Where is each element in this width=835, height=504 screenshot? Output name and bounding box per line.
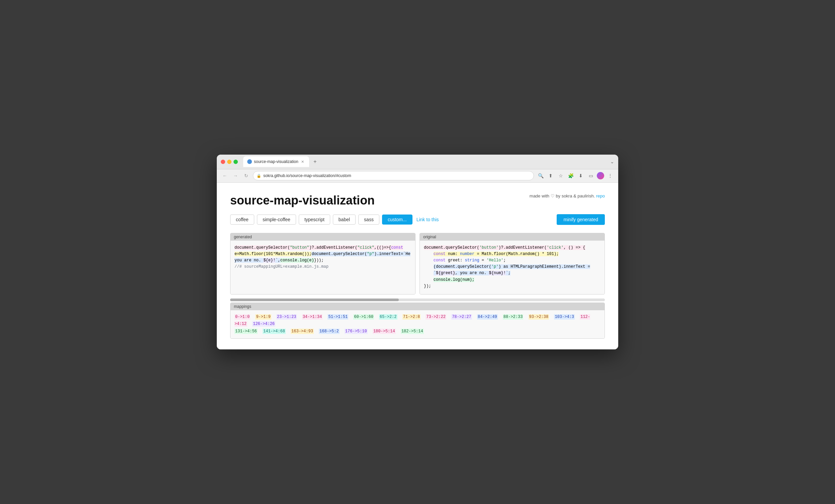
generated-code-line-2: e=Math.floor(101*Math.random());document… xyxy=(235,251,411,257)
bookmark-icon[interactable]: ☆ xyxy=(557,172,565,180)
close-button[interactable] xyxy=(221,160,225,164)
mapping-item-4[interactable]: 51->1:51 xyxy=(327,314,348,320)
link-this-anchor[interactable]: Link to this xyxy=(416,217,439,222)
page-title: source-map-visualization xyxy=(230,194,375,207)
code-panels: generated document.querySelector("button… xyxy=(230,233,605,295)
generated-code-line-1: document.querySelector("button")?.addEve… xyxy=(235,245,411,251)
original-panel-body[interactable]: document.querySelector('button')?.addEve… xyxy=(420,241,605,294)
mapping-item-5[interactable]: 60->1:60 xyxy=(353,314,374,320)
mapping-item-0[interactable]: 0->1:0 xyxy=(235,314,250,320)
mapping-item-17[interactable]: 141->4:68 xyxy=(263,329,286,334)
mappings-panel: mappings 0->1:0 9->1:9 23->1:23 34->1:34… xyxy=(230,303,605,339)
mapping-item-3[interactable]: 34->1:34 xyxy=(302,314,323,320)
lock-icon: 🔒 xyxy=(257,174,261,178)
search-icon[interactable]: 🔍 xyxy=(536,172,545,180)
mapping-item-15[interactable]: 126->4:26 xyxy=(252,321,275,327)
maximize-button[interactable] xyxy=(233,160,238,164)
reload-button[interactable]: ↻ xyxy=(242,172,250,180)
mapping-item-7[interactable]: 71->2:8 xyxy=(403,314,421,320)
minify-generated-button[interactable]: minify generated xyxy=(557,214,605,225)
mapping-item-1[interactable]: 9->1:9 xyxy=(255,314,271,320)
menu-icon[interactable]: ⋮ xyxy=(606,172,614,180)
typescript-button[interactable]: typescript xyxy=(299,215,330,225)
browser-window: source-map-visualization ✕ + ⌄ ← → ↻ 🔒 s… xyxy=(217,155,618,350)
original-code-line-6: console.log(num); xyxy=(424,277,600,283)
new-tab-button[interactable]: + xyxy=(310,157,320,166)
sass-button[interactable]: sass xyxy=(358,215,379,225)
tab-title: source-map-visualization xyxy=(254,159,299,164)
original-panel: original document.querySelector('button'… xyxy=(420,233,605,295)
generated-code-line-3: you are no. ${e}!`,console.log(e)})); xyxy=(235,257,411,264)
tab-bar: source-map-visualization ✕ + ⌄ xyxy=(243,156,614,167)
original-code-line-2: const num: number = Math.floor(Math.rand… xyxy=(424,251,600,257)
url-bar[interactable]: 🔒 sokra.github.io/source-map-visualizati… xyxy=(253,171,534,180)
mapping-item-8[interactable]: 73->2:22 xyxy=(426,314,446,320)
original-panel-header: original xyxy=(420,233,605,241)
made-with-text: made with ♡ by sokra & paulirish. repo xyxy=(530,194,605,199)
mapping-item-16[interactable]: 131->4:56 xyxy=(235,329,258,334)
mapping-item-2[interactable]: 23->1:23 xyxy=(276,314,297,320)
extensions-icon[interactable]: 🧩 xyxy=(567,172,575,180)
generated-panel-body[interactable]: document.querySelector("button")?.addEve… xyxy=(230,241,415,294)
mappings-panel-header: mappings xyxy=(230,303,605,310)
mapping-item-20[interactable]: 176->5:10 xyxy=(345,329,368,334)
mapping-item-18[interactable]: 163->4:93 xyxy=(291,329,314,334)
original-code-line-5: `${greet}, you are no. ${num}!`; xyxy=(424,270,600,277)
mapping-item-10[interactable]: 84->2:49 xyxy=(477,314,498,320)
mappings-body: 0->1:0 9->1:9 23->1:23 34->1:34 51->1:51… xyxy=(230,310,605,339)
mapping-item-13[interactable]: 103->4:3 xyxy=(554,314,575,320)
reader-icon[interactable]: ▭ xyxy=(587,172,595,180)
original-code-line-4: (document.querySelector('p') as HTMLPara… xyxy=(424,264,600,270)
mapping-item-11[interactable]: 88->2:33 xyxy=(503,314,524,320)
traffic-lights xyxy=(221,160,238,164)
repo-link[interactable]: repo xyxy=(596,194,605,199)
preset-buttons-row: coffee simple-coffee typescript babel sa… xyxy=(230,214,605,225)
url-text: sokra.github.io/source-map-visualization… xyxy=(263,173,351,178)
coffee-button[interactable]: coffee xyxy=(230,215,254,225)
page-header: source-map-visualization made with ♡ by … xyxy=(230,194,605,207)
generated-panel-header: generated xyxy=(230,233,415,241)
page-content: source-map-visualization made with ♡ by … xyxy=(217,183,618,350)
original-code-line-7: }); xyxy=(424,283,600,289)
tab-favicon xyxy=(247,159,252,164)
tab-menu-button[interactable]: ⌄ xyxy=(610,159,614,164)
download-icon[interactable]: ⬇ xyxy=(577,172,585,180)
mapping-item-12[interactable]: 93->2:38 xyxy=(529,314,549,320)
horizontal-scrollbar[interactable] xyxy=(230,299,605,301)
active-tab[interactable]: source-map-visualization ✕ xyxy=(243,156,309,167)
address-bar: ← → ↻ 🔒 sokra.github.io/source-map-visua… xyxy=(217,169,618,183)
mapping-item-22[interactable]: 182->5:14 xyxy=(401,329,424,334)
babel-button[interactable]: babel xyxy=(333,215,355,225)
title-bar: source-map-visualization ✕ + ⌄ xyxy=(217,155,618,169)
generated-code-line-4: //# sourceMappingURL=example.min.js.map xyxy=(235,264,411,270)
mapping-item-19[interactable]: 168->5:2 xyxy=(319,329,340,334)
mapping-item-21[interactable]: 180->5:14 xyxy=(373,329,396,334)
custom-button[interactable]: custom... xyxy=(382,215,412,225)
mapping-item-6[interactable]: 65->2:2 xyxy=(379,314,397,320)
simple-coffee-button[interactable]: simple-coffee xyxy=(257,215,296,225)
forward-button[interactable]: → xyxy=(231,172,240,180)
share-icon[interactable]: ⬆ xyxy=(547,172,555,180)
mapping-item-9[interactable]: 78->2:27 xyxy=(451,314,472,320)
profile-avatar[interactable] xyxy=(597,172,604,179)
scrollbar-thumb[interactable] xyxy=(230,299,399,301)
toolbar-icons: 🔍 ⬆ ☆ 🧩 ⬇ ▭ ⋮ xyxy=(536,172,614,180)
back-button[interactable]: ← xyxy=(221,172,229,180)
original-code-line-3: const greet: string = 'Hello'; xyxy=(424,257,600,264)
minimize-button[interactable] xyxy=(227,160,231,164)
tab-close-button[interactable]: ✕ xyxy=(300,159,305,164)
generated-panel: generated document.querySelector("button… xyxy=(230,233,415,295)
original-code-line-1: document.querySelector('button')?.addEve… xyxy=(424,245,600,251)
